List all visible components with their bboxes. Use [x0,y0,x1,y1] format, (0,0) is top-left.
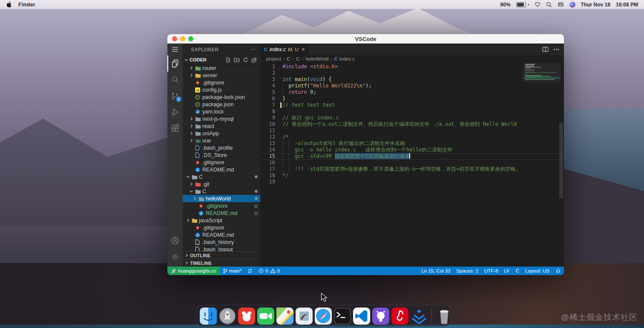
tree-item-C[interactable]: C [183,173,260,180]
tree-item-.gitignore[interactable]: .gitignore [183,79,260,86]
code-line-9[interactable]: 9// 执行 gcc index.c [260,115,564,121]
minimap[interactable] [525,64,558,82]
tree-item-.gitignore[interactable]: .gitignore [183,159,260,166]
tree-item-server[interactable]: server [183,72,260,79]
input-source-icon[interactable] [558,2,564,7]
tree-item-helloWorld[interactable]: helloWorld [183,195,260,202]
tree-item-react[interactable]: react [183,122,260,130]
menu-date[interactable]: Thur Nov 18 [581,2,610,8]
menu-hamburger-icon[interactable] [167,44,183,55]
activity-run-debug-icon[interactable] [167,104,183,120]
sync-icon[interactable] [244,267,256,275]
battery-icon[interactable] [516,2,529,7]
tree-item-.bash_profile[interactable]: .bash_profile [183,144,260,151]
tree-item-README.md[interactable]: iREADME.mdU [183,209,260,217]
status-item-2[interactable]: UTF-8 [481,267,501,275]
tree-item-package-lock.json[interactable]: package-lock.json [183,93,260,101]
collapse-all-icon[interactable] [251,57,257,63]
git-branch-indicator[interactable]: main* [220,267,244,275]
code-line-19[interactable]: 19 [260,179,564,185]
status-item-5[interactable]: Layout: US [522,267,552,275]
minimize-window-button[interactable] [180,36,185,41]
activity-settings-icon[interactable] [167,249,183,265]
apple-menu-icon[interactable] [6,1,12,8]
new-file-icon[interactable] [225,57,231,63]
dock-launchpad-icon[interactable] [218,306,236,325]
status-item-1[interactable]: Spaces: 2 [454,267,481,275]
activity-explorer-icon[interactable] [167,55,183,72]
breadcrumb-file[interactable]: index.c [339,56,355,61]
breadcrumb-item[interactable]: helloWorld [305,56,328,61]
tree-section-header[interactable]: CODER [183,55,260,64]
siri-icon[interactable] [569,2,575,8]
sidebar-more-actions-icon[interactable]: ⋯ [251,46,256,52]
tree-item-.gitignore[interactable]: .gitignore [183,224,260,231]
breadcrumb-item[interactable]: C [287,56,290,61]
editor-scrollbar[interactable] [559,122,563,198]
notifications-bell-icon[interactable] [552,267,564,275]
tree-item-C[interactable]: C [183,188,260,195]
search-icon[interactable] [546,2,552,8]
heart-icon[interactable] [535,2,540,7]
dock-vscode-icon[interactable] [353,306,371,325]
timeline-section[interactable]: TIMELINE [183,259,260,267]
dock-facetime-icon[interactable] [257,306,275,325]
tree-item-.bash_logout[interactable]: .bash_logout [183,246,260,251]
code-line-8[interactable]: 8 [260,108,564,115]
tree-item-.DS_Store[interactable]: .DS_Store [183,151,260,159]
tree-item-config.js[interactable]: JSconfig.js [183,86,260,93]
code-line-12[interactable]: 12/* [260,134,564,140]
remote-indicator[interactable]: huangguangfa.cn [167,267,220,275]
tree-item-yarn.lock[interactable]: yarn.lock [183,108,260,115]
tree-item-README.md[interactable]: iREADME.md [183,166,260,173]
tree-item-router[interactable]: router [183,64,260,72]
code-editor[interactable]: 1#include <stdio.h>23int main(void) {4 p… [260,63,564,267]
tree-item-.git[interactable]: .git [183,180,260,188]
breadcrumb-item[interactable]: C [296,56,299,61]
code-line-7[interactable]: 7// test test test [260,102,564,108]
code-line-6[interactable]: 6} [260,96,564,102]
code-line-16[interactable]: 16 [260,160,564,166]
close-window-button[interactable] [172,36,177,41]
dock-mail-icon[interactable] [295,306,313,325]
tree-item-.gitignore[interactable]: .gitignoreU [183,202,260,209]
maximize-window-button[interactable] [188,36,193,41]
code-line-5[interactable]: 5 return 0; [260,89,564,96]
activity-extensions-icon[interactable] [167,120,183,136]
dock-finder-icon[interactable] [199,306,217,325]
code-line-11[interactable]: 11 [260,128,564,134]
split-editor-icon[interactable] [542,46,549,52]
refresh-icon[interactable] [243,57,248,63]
tab-index-c[interactable]: C index.c M, U × [260,44,309,55]
breadcrumb-item[interactable]: project [266,56,281,61]
status-item-0[interactable]: Ln 15, Col 33 [418,267,453,275]
tab-close-icon[interactable]: × [302,46,305,52]
problems-indicator[interactable]: 0 0 [256,267,283,275]
dock-github-icon[interactable] [372,306,390,325]
status-item-3[interactable]: LF [501,267,512,275]
activity-source-control-icon[interactable]: 7 [167,88,183,104]
dock-netease-music-icon[interactable] [391,306,409,325]
tree-item-nest-js-mysql[interactable]: nest-js-mysql [183,115,260,122]
dock-bear-icon[interactable] [238,306,256,325]
dock-terminal-icon[interactable] [334,306,351,325]
activity-account-icon[interactable] [167,232,183,249]
code-line-18[interactable]: 18*/ [260,172,564,179]
dock-trash-icon[interactable] [435,306,453,325]
new-folder-icon[interactable] [234,57,240,63]
code-line-15[interactable]: 15 gcc -std=c99 指定按照那个C语言标准进行编译 [260,153,564,160]
status-item-4[interactable]: C [513,267,522,275]
menu-time[interactable]: 16:08 PM [616,2,638,8]
editor-more-actions-icon[interactable] [553,49,559,50]
code-line-10[interactable]: 10// 将会得到一个a.out二进制文件、然后执行这个编译后的文件 ./a.o… [260,121,564,128]
code-line-2[interactable]: 2 [260,70,564,76]
code-line-13[interactable]: 13 -o(output缩写) 执行输出的二进制文件夹名称 [260,140,564,147]
outline-section[interactable]: OUTLINE [183,251,260,259]
tree-item-README.md[interactable]: iREADME.md [183,231,260,238]
tree-item-.bash_history[interactable]: .bash_history [183,238,260,246]
tree-item-package.json[interactable]: package.json [183,101,260,108]
code-line-4[interactable]: 4 printf("Hello World222\n"); [260,83,564,89]
dock-safari-icon[interactable] [314,306,332,325]
tree-item-vue[interactable]: Vvue [183,137,260,144]
window-titlebar[interactable]: VSCode [167,34,564,44]
